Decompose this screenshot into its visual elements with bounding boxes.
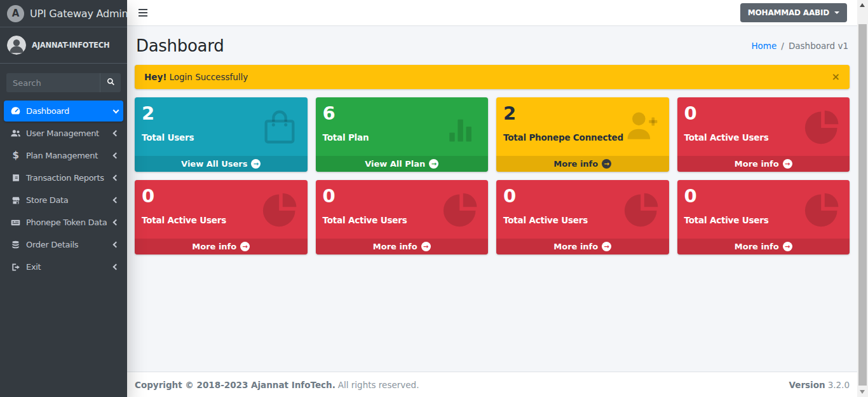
users-icon [9,128,22,139]
search-icon [107,78,115,88]
app-window: A UPI Gateway Admin AJANNAT-INFOTECH D [0,0,857,397]
breadcrumb: Home / Dashboard v1 [751,41,848,51]
content-header: Dashboard Home / Dashboard v1 [135,26,850,65]
total-active-users-box: 0 Total Active Users More info → [316,180,489,254]
database-icon [9,240,22,250]
sidebar-item-label: Phonepe Token Data [26,218,107,227]
arrow-circle-right-icon: → [783,242,792,251]
breadcrumb-home-link[interactable]: Home [751,41,776,51]
stat-value: 6 [323,103,482,124]
sidebar-item-dashboard[interactable]: Dashboard [4,101,123,122]
store-icon [9,195,22,205]
sidebar-item-label: User Management [26,129,99,138]
arrow-circle-right-icon: → [602,159,611,169]
user-menu-label: MOHAMMAD AABID [748,8,829,17]
more-info-link[interactable]: More info → [496,239,669,254]
more-info-link[interactable]: More info → [135,239,308,254]
content: Dashboard Home / Dashboard v1 Hey! Login… [127,26,857,372]
arrow-circle-right-icon: → [429,159,438,169]
arrow-circle-right-icon: → [251,159,261,169]
stat-label: Total Users [142,132,301,143]
sidebar-item-label: Exit [26,262,41,272]
stat-label: Total Active Users [142,215,301,225]
avatar [7,36,26,55]
close-icon[interactable]: × [832,72,840,82]
more-info-link[interactable]: More info → [677,156,850,172]
more-info-link[interactable]: More info → [316,239,489,254]
stat-label: Total Active Users [503,215,662,225]
total-users-box: 2 Total Users View All Users → [135,97,308,172]
vertical-scrollbar[interactable] [857,0,868,397]
sidebar-item-transaction-reports[interactable]: Transaction Reports [4,167,123,188]
sidebar: A UPI Gateway Admin AJANNAT-INFOTECH D [0,0,127,397]
stat-value: 2 [503,103,662,124]
footer-version-value: 3.2.0 [828,380,850,390]
page-title: Dashboard [136,36,224,55]
arrow-circle-right-icon: → [783,159,792,169]
money-check-icon [9,218,22,228]
stat-label: Total Active Users [684,132,843,143]
stat-value: 0 [142,186,301,207]
sidebar-item-label: Plan Management [26,151,98,160]
chevron-left-icon [113,175,119,181]
chevron-left-icon [113,197,119,204]
sidebar-item-exit[interactable]: Exit [4,256,123,277]
total-active-users-box: 0 Total Active Users More info → [135,180,308,254]
search-button[interactable] [100,73,121,92]
footer-version-label: Version [789,380,825,390]
stat-value: 0 [503,186,662,207]
footer-copyright: Copyright © 2018-2023 Ajannat InfoTech. [135,380,336,390]
chevron-left-icon [113,130,119,137]
book-icon [9,173,22,183]
chevron-left-icon [113,219,119,226]
stat-value: 0 [684,186,843,207]
sidebar-item-label: Order Details [26,240,78,249]
sidebar-item-label: Store Data [26,195,69,205]
sidebar-item-plan-management[interactable]: $ Plan Management [4,145,123,166]
breadcrumb-current: Dashboard v1 [789,41,848,51]
user-menu-button[interactable]: MOHAMMAD AABID [740,3,847,22]
sidebar-item-user-management[interactable]: User Management [4,123,123,144]
breadcrumb-separator: / [781,41,784,51]
more-info-link[interactable]: More info → [496,156,669,172]
sidebar-toggle-icon[interactable] [137,6,149,19]
total-active-users-box: 0 Total Active Users More info → [677,97,850,172]
sidebar-item-store-data[interactable]: Store Data [4,190,123,211]
view-all-plan-link[interactable]: View All Plan → [316,156,489,172]
sidebar-search [6,73,121,92]
total-plan-box: 6 Total Plan View All Plan → [316,97,489,172]
alert-highlight: Hey! [144,72,166,82]
brand[interactable]: A UPI Gateway Admin [0,0,127,27]
stat-value: 0 [684,103,843,124]
main-area: MOHAMMAD AABID Dashboard Home / Dashboar… [127,0,857,397]
top-navbar: MOHAMMAD AABID [127,0,857,26]
sidebar-item-phonepe-token-data[interactable]: Phonepe Token Data [4,212,123,233]
scroll-up-arrow-icon[interactable] [860,3,865,7]
stat-label: Total Active Users [323,215,482,225]
total-active-users-box: 0 Total Active Users More info → [677,180,850,254]
tachometer-icon [9,106,22,116]
view-all-users-link[interactable]: View All Users → [135,156,308,172]
scrollbar-thumb[interactable] [858,24,867,386]
footer: Copyright © 2018-2023 Ajannat InfoTech.A… [127,372,857,397]
chevron-left-icon [113,264,119,270]
sidebar-menu: Dashboard User Management $ Plan Managem… [0,99,127,280]
total-active-users-box: 0 Total Active Users More info → [496,180,669,254]
chevron-left-icon [113,153,119,159]
user-panel[interactable]: AJANNAT-INFOTECH [0,27,127,64]
info-box-row-1: 2 Total Users View All Users → 6 Total P… [135,97,850,172]
stat-label: Total Plan [323,132,482,143]
scroll-down-arrow-icon[interactable] [860,390,865,394]
alert-message: Login Successfully [169,72,248,82]
arrow-circle-right-icon: → [421,242,431,251]
chevron-left-icon [113,242,119,248]
sidebar-item-label: Transaction Reports [26,173,104,183]
search-input[interactable] [6,73,100,92]
brand-title: UPI Gateway Admin [30,8,128,20]
sidebar-item-order-details[interactable]: Order Details [4,234,123,255]
caret-down-icon [834,11,839,14]
stat-value: 0 [323,186,482,207]
sidebar-item-label: Dashboard [26,106,69,116]
chevron-down-icon [113,107,119,113]
more-info-link[interactable]: More info → [677,239,850,254]
